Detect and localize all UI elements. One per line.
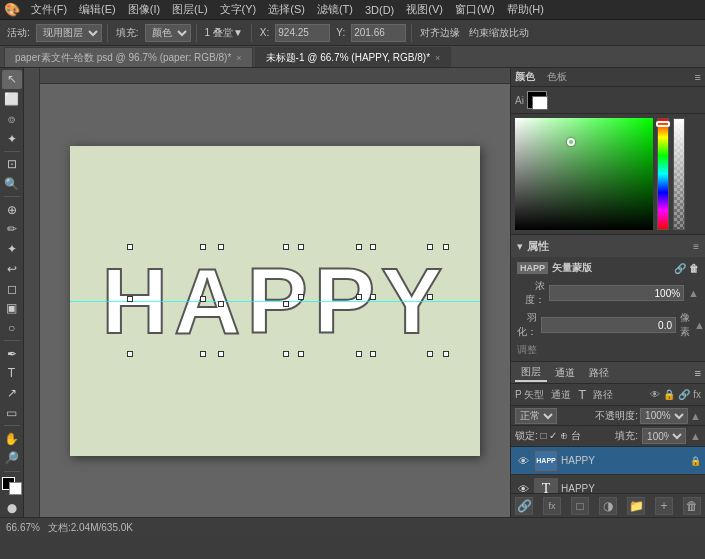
anchor-mr-h[interactable] xyxy=(200,296,206,302)
layer-eye-happy-shape[interactable]: 👁 xyxy=(515,453,531,469)
tool-marquee[interactable]: ⬜ xyxy=(2,90,22,109)
properties-header[interactable]: ▾ 属性 ≡ xyxy=(511,235,705,257)
density-slider-icon[interactable]: ▲ xyxy=(688,287,699,299)
anchor-tr-a[interactable] xyxy=(283,244,289,250)
anchor-tl-p1[interactable] xyxy=(298,244,304,250)
anchor-br-a[interactable] xyxy=(283,351,289,357)
layer-lock-icon[interactable]: 🔒 xyxy=(663,389,675,400)
toolbar-mode-select[interactable]: 现用图层 xyxy=(36,24,102,42)
anchor-tl-p2[interactable] xyxy=(370,244,376,250)
layer-new-btn[interactable]: + xyxy=(655,497,673,515)
anchor-mid-a[interactable] xyxy=(218,301,224,307)
tool-path-select[interactable]: ↗ xyxy=(2,384,22,403)
anchor-bl-p2[interactable] xyxy=(370,351,376,357)
layer-row-happy-text[interactable]: 👁 T HAPPY xyxy=(511,475,705,493)
menu-select[interactable]: 选择(S) xyxy=(263,1,310,18)
menu-file[interactable]: 文件(F) xyxy=(26,1,72,18)
layer-delete-btn[interactable]: 🗑 xyxy=(683,497,701,515)
menu-text[interactable]: 文字(Y) xyxy=(215,1,262,18)
tool-history[interactable]: ↩ xyxy=(2,259,22,278)
tool-crop[interactable]: ⊡ xyxy=(2,155,22,174)
anchor-tl-a[interactable] xyxy=(218,244,224,250)
anchor-br-p1[interactable] xyxy=(356,351,362,357)
tool-heal[interactable]: ⊕ xyxy=(2,200,22,219)
anchor-bl-p1[interactable] xyxy=(298,351,304,357)
layer-eye-happy-text[interactable]: 👁 xyxy=(515,481,531,494)
tab-paper-close[interactable]: × xyxy=(236,53,241,63)
anchor-br-h[interactable] xyxy=(200,351,206,357)
tab-paper[interactable]: paper素文件-给数 psd @ 96.7% (paper: RGB/8)* … xyxy=(4,47,253,67)
panel-menu-icon[interactable]: ≡ xyxy=(695,71,701,83)
canvas-content[interactable]: HAPPY xyxy=(40,84,510,517)
opacity-slider-arrow[interactable]: ▲ xyxy=(690,410,701,422)
artboard[interactable]: HAPPY xyxy=(70,146,480,456)
anchor-mid-p12[interactable] xyxy=(356,294,362,300)
toolbar-x-input[interactable] xyxy=(275,24,330,42)
swatches-panel-label[interactable]: 色板 xyxy=(547,70,567,84)
anchor-br-p2[interactable] xyxy=(427,351,433,357)
feather-input[interactable] xyxy=(541,317,676,333)
layers-menu-btn[interactable]: ≡ xyxy=(695,367,701,379)
menu-image[interactable]: 图像(I) xyxy=(123,1,165,18)
anchor-tr-h[interactable] xyxy=(200,244,206,250)
hue-slider[interactable] xyxy=(657,118,669,230)
tool-hand[interactable]: ✋ xyxy=(2,429,22,448)
menu-help[interactable]: 帮助(H) xyxy=(502,1,549,18)
anchor-tl-y[interactable] xyxy=(443,244,449,250)
properties-menu[interactable]: ≡ xyxy=(693,241,699,252)
tool-move[interactable]: ↖ xyxy=(2,70,22,89)
layer-fx-icon[interactable]: fx xyxy=(693,389,701,400)
anchor-mid-p22[interactable] xyxy=(427,294,433,300)
layer-mask-btn[interactable]: □ xyxy=(571,497,589,515)
menu-filter[interactable]: 滤镜(T) xyxy=(312,1,358,18)
sat-val-picker[interactable] xyxy=(515,118,653,230)
tool-pen[interactable]: ✒ xyxy=(2,344,22,363)
tool-lasso[interactable]: ⌾ xyxy=(2,109,22,128)
menu-edit[interactable]: 编辑(E) xyxy=(74,1,121,18)
anchor-ml[interactable] xyxy=(127,296,133,302)
blend-mode-select[interactable]: 正常 xyxy=(515,408,557,424)
anchor-tr-p1[interactable] xyxy=(356,244,362,250)
density-input[interactable] xyxy=(549,285,684,301)
anchor-mid-p2[interactable] xyxy=(370,294,376,300)
tool-text[interactable]: T xyxy=(2,364,22,383)
opacity-slider[interactable] xyxy=(673,118,685,230)
fill-slider-arrow[interactable]: ▲ xyxy=(690,430,701,442)
menu-view[interactable]: 视图(V) xyxy=(401,1,448,18)
layer-group-btn[interactable]: 📁 xyxy=(627,497,645,515)
anchor-br-y[interactable] xyxy=(443,351,449,357)
anchor-mid-a2[interactable] xyxy=(283,301,289,307)
layer-link-btn[interactable]: 🔗 xyxy=(515,497,533,515)
opacity-select[interactable]: 100% xyxy=(640,408,688,424)
layer-link-icon[interactable]: 🔗 xyxy=(678,389,690,400)
menu-window[interactable]: 窗口(W) xyxy=(450,1,500,18)
tool-brush[interactable]: ✏ xyxy=(2,220,22,239)
anchor-mid-p1[interactable] xyxy=(298,294,304,300)
tab-happy[interactable]: 未标题-1 @ 66.7% (HAPPY, RGB/8)* × xyxy=(255,47,452,67)
toolbar-y-input[interactable] xyxy=(351,24,406,42)
layer-fx-btn[interactable]: fx xyxy=(543,497,561,515)
feather-slider-icon[interactable]: ▲ xyxy=(694,319,705,331)
color-swatches-tool[interactable] xyxy=(2,477,22,496)
tool-shape[interactable]: ▭ xyxy=(2,404,22,423)
fill-select[interactable]: 100% xyxy=(642,428,686,444)
tool-mask[interactable]: ⬤ xyxy=(2,498,22,517)
tool-wand[interactable]: ✦ xyxy=(2,129,22,148)
menu-layer[interactable]: 图层(L) xyxy=(167,1,212,18)
tool-eyedrop[interactable]: 🔍 xyxy=(2,175,22,194)
layer-row-happy-shape[interactable]: 👁 HAPP HAPPY 🔒 xyxy=(511,447,705,475)
tool-gradient[interactable]: ▣ xyxy=(2,299,22,318)
layer-visibility-icon[interactable]: 👁 xyxy=(650,389,660,400)
anchor-tl[interactable] xyxy=(127,244,133,250)
toolbar-align-edge[interactable]: 对齐边缘 xyxy=(417,25,463,41)
anchor-bl[interactable] xyxy=(127,351,133,357)
tool-dodge[interactable]: ○ xyxy=(2,319,22,338)
tool-eraser[interactable]: ◻ xyxy=(2,279,22,298)
toolbar-fill-select[interactable]: 颜色 xyxy=(145,24,191,42)
toolbar-constrain[interactable]: 约束缩放比动 xyxy=(466,25,532,41)
tab-happy-close[interactable]: × xyxy=(435,53,440,63)
anchor-bl-a[interactable] xyxy=(218,351,224,357)
layers-tab-layers[interactable]: 图层 xyxy=(515,364,547,382)
layers-tab-channels[interactable]: 通道 xyxy=(549,365,581,381)
anchor-tr-p2[interactable] xyxy=(427,244,433,250)
